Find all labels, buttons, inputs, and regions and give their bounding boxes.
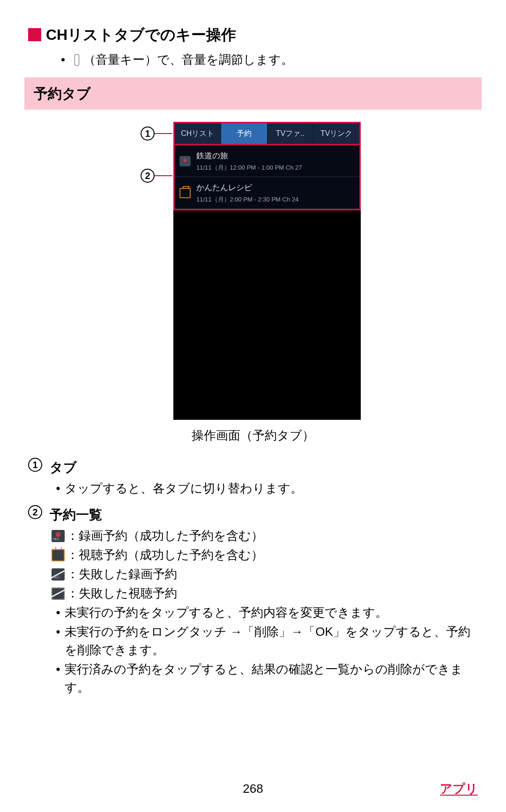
desc-1-bullet: • タップすると、各タブに切り替わります。 bbox=[50, 479, 478, 498]
pink-heading-text: 予約タブ bbox=[34, 86, 91, 101]
caption-text: 操作画面（予約タブ） bbox=[192, 428, 314, 442]
list-item[interactable]: かんたんレシピ 11/11（月）2:00 PM - 2:30 PM Ch 24 bbox=[175, 177, 359, 209]
list-item-sub: 11/11（月）12:00 PM - 1:00 PM Ch 27 bbox=[196, 163, 302, 172]
section-heading-reservation-tab: 予約タブ bbox=[24, 77, 482, 110]
legend-tv-text: ：視聴予約（成功した予約を含む） bbox=[67, 546, 263, 564]
desc-row-2: 2 予約一覧 ：録画予約（成功した予約を含む） ：視聴予約（成功した予約を含む）… bbox=[28, 505, 478, 698]
tab-tv-link-label: TVリンク bbox=[320, 128, 352, 139]
bullet-dot: • bbox=[61, 51, 70, 69]
tab-ch-list-label: CHリスト bbox=[181, 128, 214, 139]
callout-2-line bbox=[155, 175, 172, 176]
legend-rec-text: ：録画予約（成功した予約を含む） bbox=[67, 527, 263, 545]
tab-tv-fav[interactable]: TVファ.. bbox=[268, 123, 314, 144]
tab-ch-list[interactable]: CHリスト bbox=[175, 123, 221, 144]
legend-tv-fail-text: ：失敗した視聴予約 bbox=[67, 584, 177, 603]
page-number: 268 bbox=[0, 780, 506, 798]
rec-icon bbox=[52, 530, 65, 542]
tab-reservation[interactable]: 予約 bbox=[221, 123, 268, 144]
list-item-sub: 11/11（月）2:00 PM - 2:30 PM Ch 24 bbox=[196, 195, 298, 204]
tab-tv-link[interactable]: TVリンク bbox=[313, 123, 359, 144]
rec-icon bbox=[179, 156, 191, 166]
legend-rec-fail-text: ：失敗した録画予約 bbox=[67, 565, 177, 583]
volume-key-bullet: • （音量キー）で、音量を調節します。 bbox=[28, 51, 478, 69]
rec-fail-icon bbox=[52, 568, 65, 581]
bullet-dot: • bbox=[52, 603, 65, 622]
tab-reservation-label: 予約 bbox=[237, 128, 252, 139]
heading-text: CHリストタブでのキー操作 bbox=[46, 23, 236, 46]
legend-tv-fail: ：失敗した視聴予約 bbox=[50, 584, 478, 603]
callout-column: 1 2 bbox=[145, 122, 173, 420]
desc-2-number: 2 bbox=[28, 505, 42, 519]
desc-2-bullet-1: • 未実行の予約をタップすると、予約内容を変更できます。 bbox=[50, 603, 478, 622]
page-number-text: 268 bbox=[243, 782, 263, 796]
desc-1-title: タブ bbox=[50, 458, 478, 477]
desc-2-bullet-2: • 未実行の予約をロングタッチ →「削除」→「OK」をタップすると、予約を削除で… bbox=[50, 623, 478, 659]
bullet-text: （音量キー）で、音量を調節します。 bbox=[83, 52, 293, 67]
callout-1: 1 bbox=[141, 127, 172, 141]
desc-1-content: タブ • タップすると、各タブに切り替わります。 bbox=[50, 458, 478, 499]
list-item-text: 鉄道の旅 11/11（月）12:00 PM - 1:00 PM Ch 27 bbox=[196, 150, 302, 172]
red-square-bullet bbox=[28, 28, 41, 41]
volume-key-icon bbox=[74, 54, 79, 66]
list-item-text: かんたんレシピ 11/11（月）2:00 PM - 2:30 PM Ch 24 bbox=[196, 182, 298, 204]
bullet-dot: • bbox=[52, 660, 65, 697]
legend-rec-fail: ：失敗した録画予約 bbox=[50, 565, 478, 583]
list-item-title: 鉄道の旅 bbox=[196, 150, 302, 162]
heading-ch-list-tab-key: CHリストタブでのキー操作 bbox=[28, 23, 478, 46]
callout-1-number: 1 bbox=[141, 127, 155, 141]
desc-row-1: 1 タブ • タップすると、各タブに切り替わります。 bbox=[28, 458, 478, 499]
desc-2-content: 予約一覧 ：録画予約（成功した予約を含む） ：視聴予約（成功した予約を含む） ：… bbox=[50, 505, 478, 698]
list-item[interactable]: 鉄道の旅 11/11（月）12:00 PM - 1:00 PM Ch 27 bbox=[175, 145, 359, 177]
desc-2-bullet-3: • 実行済みの予約をタップすると、結果の確認と一覧からの削除ができます。 bbox=[50, 660, 478, 697]
desc-2-b3-text: 実行済みの予約をタップすると、結果の確認と一覧からの削除ができます。 bbox=[65, 660, 478, 697]
tv-icon bbox=[179, 188, 191, 198]
list-item-title: かんたんレシピ bbox=[196, 182, 298, 194]
tabs-row: CHリスト 予約 TVファ.. TVリンク bbox=[173, 122, 361, 145]
section-link[interactable]: アプリ bbox=[440, 780, 478, 798]
callout-2-number: 2 bbox=[141, 169, 155, 183]
desc-2-title: 予約一覧 bbox=[50, 505, 478, 525]
desc-2-b2-text: 未実行の予約をロングタッチ →「削除」→「OK」をタップすると、予約を削除できま… bbox=[65, 623, 478, 659]
callout-2: 2 bbox=[141, 169, 172, 183]
reservation-list: 鉄道の旅 11/11（月）12:00 PM - 1:00 PM Ch 27 かん… bbox=[173, 145, 361, 210]
tv-icon bbox=[52, 549, 65, 561]
callout-1-line bbox=[155, 133, 172, 134]
desc-1-bullet-text: タップすると、各タブに切り替わります。 bbox=[65, 479, 478, 498]
screenshot-caption: 操作画面（予約タブ） bbox=[28, 426, 478, 445]
section-link-text: アプリ bbox=[440, 782, 478, 796]
legend-rec: ：録画予約（成功した予約を含む） bbox=[50, 527, 478, 545]
desc-2-b1-text: 未実行の予約をタップすると、予約内容を変更できます。 bbox=[65, 603, 478, 622]
bullet-dot: • bbox=[52, 623, 65, 659]
bullet-dot: • bbox=[52, 479, 65, 498]
desc-1-number: 1 bbox=[28, 458, 42, 472]
screenshot-wrap: 1 2 CHリスト 予約 TVファ.. TVリンク 鉄道の旅 11/11（月）1… bbox=[28, 122, 478, 420]
legend-tv: ：視聴予約（成功した予約を含む） bbox=[50, 546, 478, 564]
tab-tv-fav-label: TVファ.. bbox=[276, 128, 305, 139]
tv-fail-icon bbox=[52, 588, 65, 600]
phone-screenshot: CHリスト 予約 TVファ.. TVリンク 鉄道の旅 11/11（月）12:00… bbox=[173, 122, 361, 420]
